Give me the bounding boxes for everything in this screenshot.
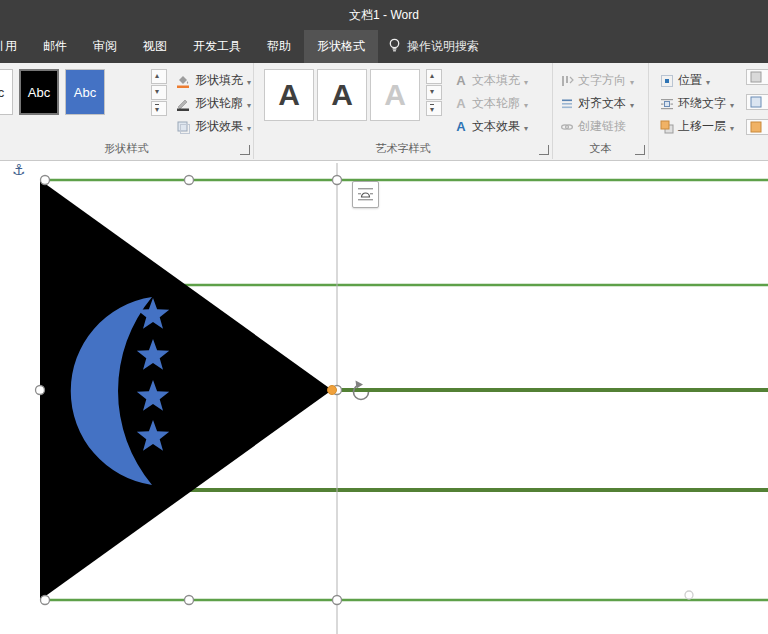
cut-off-buttons (746, 69, 768, 135)
text-fill-icon: A (454, 73, 468, 88)
dropdown-caret (730, 120, 734, 134)
selection-handle-bottom-left[interactable] (41, 596, 50, 605)
dropdown-caret (730, 97, 734, 111)
dropdown-caret (247, 97, 251, 111)
dropdown-caret (524, 97, 528, 111)
text-effects-button[interactable]: A 文本效果 (452, 115, 530, 138)
gallery-scroll (151, 69, 167, 117)
shape-outline-button[interactable]: 形状轮廓 (174, 92, 253, 115)
group-arrange: 位置 环绕文字 上移一层 (649, 63, 768, 159)
selection-handle-top-right[interactable] (333, 176, 342, 185)
wrap-text-button[interactable]: 环绕文字 (657, 92, 736, 115)
gallery-scroll-up[interactable] (426, 69, 442, 84)
selection-handle-bottom-mid[interactable] (185, 596, 194, 605)
dropdown-caret (706, 74, 710, 88)
shape-fill-button[interactable]: 形状填充 (174, 69, 253, 92)
layout-options-button[interactable] (352, 181, 379, 208)
group-label-shape-styles: 形状样式 (0, 141, 253, 156)
cut-button[interactable] (746, 94, 768, 110)
align-text-icon (559, 96, 574, 111)
shape-style-preset[interactable]: Abc (0, 69, 13, 115)
wordart-preset[interactable]: A (370, 69, 420, 121)
pencil-icon (176, 96, 191, 111)
selection-handle-bottom-right[interactable] (333, 596, 342, 605)
selection-handle-top-left[interactable] (41, 176, 50, 185)
position-icon (659, 73, 674, 88)
shape-style-gallery: Abc Abc Abc (0, 69, 148, 115)
shape-effects-icon (176, 119, 191, 134)
dropdown-caret (247, 120, 251, 134)
bring-forward-icon (659, 119, 674, 134)
chain-link-icon (559, 119, 574, 134)
wrap-text-icon (659, 96, 674, 111)
layout-options-icon (357, 186, 374, 203)
dropdown-caret (524, 120, 528, 134)
tab-review[interactable]: 审阅 (80, 30, 130, 63)
tab-view[interactable]: 视图 (130, 30, 180, 63)
tell-me-search[interactable]: 操作说明搜索 (378, 30, 489, 63)
cut-button[interactable] (746, 69, 768, 85)
tab-mailings[interactable]: 邮件 (30, 30, 80, 63)
text-outline-button[interactable]: A 文本轮廓 (452, 92, 530, 115)
wordart-preset[interactable]: A (317, 69, 367, 121)
bring-forward-button[interactable]: 上移一层 (657, 115, 736, 138)
word-window: 文档1 - Word 引用 邮件 审阅 视图 开发工具 帮助 形状格式 操作说明… (0, 0, 768, 634)
wordart-preset[interactable]: A (264, 69, 314, 121)
shape-style-preset[interactable]: Abc (65, 69, 105, 115)
gallery-more-button[interactable] (426, 101, 442, 116)
dropdown-caret (524, 74, 528, 88)
tab-shape-format[interactable]: 形状格式 (304, 30, 378, 63)
text-direction-button[interactable]: 文字方向 (557, 69, 636, 92)
group-text: 文字方向 对齐文本 创建链接 文本 (553, 63, 649, 159)
object-anchor-icon: ⚓ (12, 161, 25, 179)
group-wordart-styles: A A A A 文本填充 A 文本轮廓 (254, 63, 553, 159)
gallery-scroll-up[interactable] (151, 69, 167, 84)
adjustment-handle[interactable] (328, 386, 337, 395)
cut-button[interactable] (746, 119, 768, 135)
tab-references[interactable]: 引用 (0, 30, 30, 63)
wordart-gallery-scroll (426, 69, 442, 117)
ribbon: Abc Abc Abc 形状填充 (0, 63, 768, 161)
dropdown-caret (630, 97, 634, 111)
drawing-layer (0, 161, 768, 634)
group-label-text: 文本 (553, 141, 648, 156)
document-canvas[interactable]: ⚓ (0, 161, 768, 634)
text-effects-icon: A (454, 119, 468, 134)
gallery-scroll-down[interactable] (426, 85, 442, 100)
gallery-scroll-down[interactable] (151, 85, 167, 100)
title-bar: 文档1 - Word (0, 0, 768, 30)
text-fill-button[interactable]: A 文本填充 (452, 69, 530, 92)
text-direction-icon (559, 73, 574, 88)
tab-developer[interactable]: 开发工具 (180, 30, 254, 63)
search-label: 操作说明搜索 (407, 38, 479, 55)
dropdown-caret (247, 74, 251, 88)
shape-style-preset-selected[interactable]: Abc (19, 69, 59, 115)
group-shape-styles: Abc Abc Abc 形状填充 (0, 63, 254, 159)
shape-effects-button[interactable]: 形状效果 (174, 115, 253, 138)
align-text-button[interactable]: 对齐文本 (557, 92, 636, 115)
dropdown-caret (630, 74, 634, 88)
create-link-button[interactable]: 创建链接 (557, 115, 636, 138)
tab-help[interactable]: 帮助 (254, 30, 304, 63)
lightbulb-icon (388, 38, 401, 56)
selection-handle-left-mid[interactable] (36, 386, 45, 395)
canvas-resize-handle[interactable] (685, 591, 693, 599)
dialog-launcher-icon[interactable] (240, 145, 250, 155)
selection-handle-top-mid[interactable] (185, 176, 194, 185)
window-title: 文档1 - Word (349, 7, 419, 24)
gallery-more-button[interactable] (151, 101, 167, 116)
text-outline-icon: A (454, 96, 468, 111)
paint-bucket-icon (176, 73, 191, 88)
ribbon-tab-bar: 引用 邮件 审阅 视图 开发工具 帮助 形状格式 操作说明搜索 (0, 30, 768, 63)
dialog-launcher-icon[interactable] (635, 145, 645, 155)
position-button[interactable]: 位置 (657, 69, 736, 92)
dialog-launcher-icon[interactable] (539, 145, 549, 155)
group-label-wordart: 艺术字样式 (254, 141, 552, 156)
